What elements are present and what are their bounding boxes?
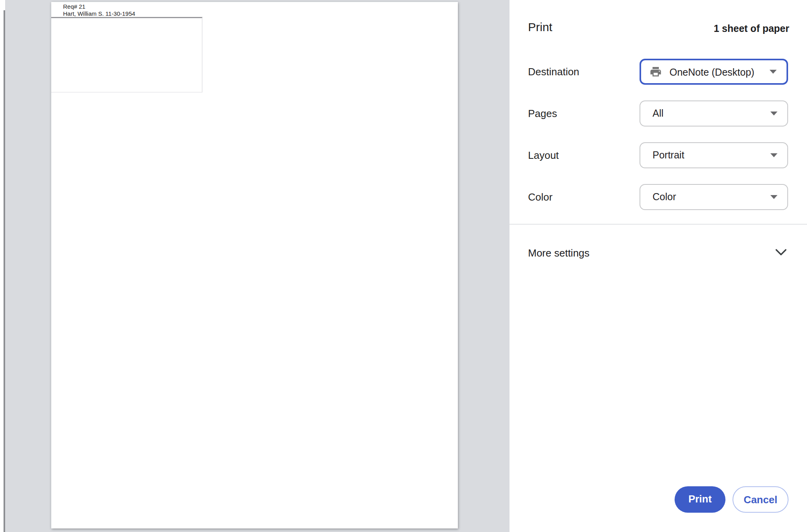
layout-value: Portrait [653, 143, 684, 167]
color-row: Color Color [528, 184, 788, 210]
color-label: Color [528, 184, 552, 210]
cancel-button[interactable]: Cancel [733, 486, 788, 513]
background-window-edge [0, 0, 4, 532]
preview-page: Req# 21 Hart, William S. 11-30-1954 [51, 2, 458, 528]
layout-select[interactable]: Portrait [640, 142, 788, 168]
document-header-text: Req# 21 Hart, William S. 11-30-1954 [63, 3, 135, 17]
caret-down-icon [770, 112, 777, 115]
document-name-line: Hart, William S. 11-30-1954 [63, 10, 135, 17]
chevron-down-icon [775, 249, 787, 257]
more-settings-toggle[interactable]: More settings [528, 241, 788, 265]
pages-row: Pages All [528, 100, 788, 126]
background-window-corner [0, 0, 5, 10]
color-value: Color [653, 185, 676, 209]
background-window-border [4, 10, 5, 532]
print-button[interactable]: Print [675, 486, 725, 513]
pages-value: All [653, 101, 664, 126]
sheet-count-label: 1 sheet of paper [714, 23, 789, 34]
layout-row: Layout Portrait [528, 142, 788, 168]
caret-down-icon [770, 195, 777, 199]
print-settings-panel: Print 1 sheet of paper Destination OneNo… [509, 0, 807, 532]
color-select[interactable]: Color [640, 184, 788, 210]
destination-label: Destination [528, 59, 579, 85]
print-preview-area: Req# 21 Hart, William S. 11-30-1954 [0, 0, 509, 532]
pages-select[interactable]: All [640, 100, 788, 126]
page-title: Print [528, 20, 552, 34]
destination-select[interactable]: OneNote (Desktop) [640, 59, 788, 85]
destination-row: Destination OneNote (Desktop) [528, 59, 788, 85]
caret-down-icon [770, 70, 777, 74]
printer-icon [649, 65, 662, 78]
settings-divider [509, 224, 807, 225]
pages-label: Pages [528, 100, 557, 126]
destination-value: OneNote (Desktop) [669, 60, 754, 85]
document-req-line: Req# 21 [63, 3, 135, 10]
layout-label: Layout [528, 142, 559, 168]
more-settings-label: More settings [528, 241, 788, 265]
document-table-outline [51, 17, 203, 93]
caret-down-icon [770, 153, 777, 157]
